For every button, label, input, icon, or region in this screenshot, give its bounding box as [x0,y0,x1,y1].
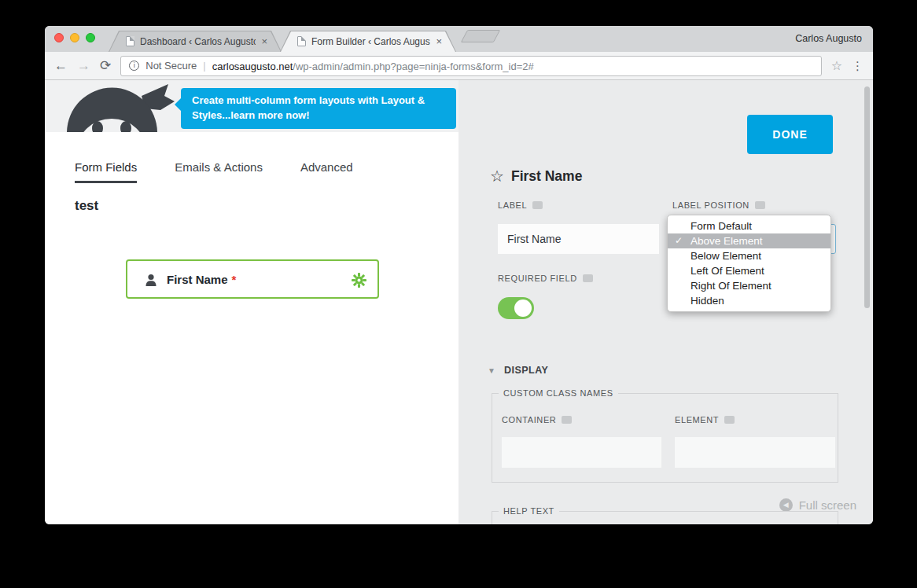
dropdown-option[interactable]: Right Of Element [668,278,830,293]
required-field-row: REQUIRED FIELD [498,274,593,283]
required-field-label: REQUIRED FIELD [498,274,577,283]
help-tooltip-icon[interactable] [755,201,765,209]
favorite-star-icon[interactable]: ☆ [490,167,504,186]
element-label-row: ELEMENT [675,415,735,424]
scrollbar-thumb[interactable] [864,86,870,308]
label-setting-row: LABEL [498,200,543,210]
done-button[interactable]: DONE [747,115,833,154]
help-tooltip-icon[interactable] [562,416,572,424]
check-icon: ✓ [675,233,683,248]
dropdown-option[interactable]: Form Default [668,219,830,233]
field-first-name[interactable]: First Name * [126,259,379,299]
page-favicon-icon [297,36,306,46]
field-editor-panel: DONE ☆ First Name LABEL LABEL POSITION F… [458,80,873,524]
custom-class-names-group: CUSTOM CLASS NAMES CONTAINER ELEMENT [492,388,838,483]
tab-advanced[interactable]: Advanced [300,160,353,183]
info-icon[interactable]: i [129,61,139,71]
help-tooltip-icon[interactable] [532,201,543,209]
reload-icon[interactable]: ⟳ [100,59,111,72]
required-asterisk: * [232,273,237,286]
field-label: First Name [167,273,228,286]
tab-emails-actions[interactable]: Emails & Actions [175,160,263,183]
browser-toolbar: ← → ⟳ i Not Secure | carlosaugusto.net/w… [45,52,873,80]
help-tooltip-icon[interactable] [724,416,735,424]
gear-icon[interactable] [352,273,366,288]
tab-strip: Dashboard ‹ Carlos Augusto — × Form Buil… [45,26,873,52]
help-tooltip-icon[interactable] [583,274,593,282]
address-bar[interactable]: i Not Secure | carlosaugusto.net/wp-admi… [120,56,821,76]
builder-tabs: Form Fields Emails & Actions Advanced [75,160,353,183]
window-zoom-button[interactable] [86,33,95,42]
label-position-dropdown: Form Default ✓Above Element Below Elemen… [667,215,831,312]
person-icon [145,274,157,287]
window-minimize-button[interactable] [70,33,79,42]
tab-dashboard[interactable]: Dashboard ‹ Carlos Augusto — × [109,31,282,52]
browser-menu-icon[interactable]: ⋮ [852,59,864,73]
close-icon[interactable]: × [436,36,442,46]
dropdown-option[interactable]: Left Of Element [668,263,830,278]
page-favicon-icon [126,36,134,46]
tab-form-fields[interactable]: Form Fields [75,160,137,183]
help-text-group: HELP TEXT [492,506,838,524]
ninja-forms-header: Create multi-column form layouts with La… [45,80,458,132]
tab-title: Form Builder ‹ Carlos Augusto [311,36,430,47]
url-text[interactable]: carlosaugusto.net/wp-admin/admin.php?pag… [212,59,534,73]
editor-field-title: First Name [511,168,582,185]
dropdown-option[interactable]: Below Element [668,248,830,263]
close-icon[interactable]: × [261,36,267,46]
label-setting-label: LABEL [498,200,527,210]
element-class-input[interactable] [675,437,835,468]
custom-class-names-legend: CUSTOM CLASS NAMES [499,388,618,398]
back-icon[interactable]: ← [54,59,68,72]
dropdown-option-selected[interactable]: ✓Above Element [668,233,830,248]
help-text-legend: HELP TEXT [499,506,559,516]
new-tab-button[interactable] [461,30,501,42]
form-canvas-panel: Create multi-column form layouts with La… [45,80,458,524]
editor-title-row: ☆ First Name [490,167,582,186]
tab-title: Dashboard ‹ Carlos Augusto — [140,36,256,47]
window-close-button[interactable] [54,33,64,42]
page-content: Create multi-column form layouts with La… [45,80,873,524]
toggle-knob [514,300,532,317]
container-label-row: CONTAINER [502,415,572,424]
element-label: ELEMENT [675,415,719,424]
bookmark-star-icon[interactable]: ☆ [831,58,842,73]
label-position-label: LABEL POSITION [672,200,749,210]
display-section-title: DISPLAY [504,365,549,376]
promo-banner[interactable]: Create multi-column form layouts with La… [181,88,456,129]
security-label: Not Secure [145,60,197,72]
container-class-input[interactable] [502,437,661,468]
forward-icon[interactable]: → [77,59,90,72]
container-label: CONTAINER [502,415,556,424]
label-position-row: LABEL POSITION [672,200,765,210]
browser-window: Dashboard ‹ Carlos Augusto — × Form Buil… [45,26,873,524]
display-section-header[interactable]: ▼ DISPLAY [488,365,548,376]
browser-profile-name[interactable]: Carlos Augusto [795,33,862,44]
chevron-down-icon: ▼ [488,366,495,375]
omnibox-divider: | [203,60,205,72]
form-title: test [75,198,98,214]
tab-form-builder[interactable]: Form Builder ‹ Carlos Augusto × [280,31,456,52]
url-host: carlosaugusto.net [212,61,293,72]
url-path: /wp-admin/admin.php?page=ninja-forms&for… [293,61,533,72]
required-toggle[interactable] [498,297,534,319]
label-input[interactable] [498,224,659,254]
dropdown-option[interactable]: Hidden [668,293,830,308]
